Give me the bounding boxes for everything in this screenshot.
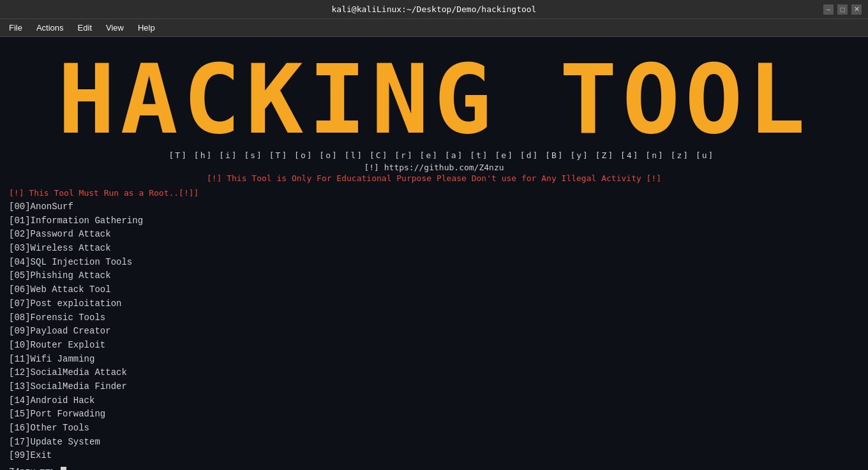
window-controls: − □ ✕ (823, 4, 862, 15)
menu-item-15: [15]Port Forwading (9, 408, 859, 422)
svg-text:HACKING TOOL: HACKING TOOL (57, 44, 811, 145)
close-button[interactable]: ✕ (851, 4, 862, 15)
menu-bar: File Actions Edit View Help (0, 19, 868, 37)
menu-item-01: [01]Information Gathering (9, 214, 859, 228)
menu-list: [00]AnonSurf [01]Information Gathering [… (9, 200, 859, 463)
prompt-user: Z4nzu (9, 467, 36, 470)
warning-text: [!] This Tool is Only For Educational Pu… (9, 173, 859, 183)
menu-item-04: [04]SQL Injection Tools (9, 256, 859, 270)
menu-file[interactable]: File (3, 20, 29, 35)
menu-help[interactable]: Help (131, 20, 161, 35)
root-warning: [!] This Tool Must Run as a Root..[!]] (9, 188, 859, 198)
menu-item-02: [02]Password Attack (9, 228, 859, 242)
menu-edit[interactable]: Edit (71, 20, 98, 35)
menu-item-14: [14]Android Hack (9, 394, 859, 408)
menu-item-00: [00]AnonSurf (9, 200, 859, 214)
terminal-area[interactable]: HACKING TOOL [T] [h] [i] [s] [T] [o] [o]… (0, 37, 868, 470)
menu-item-13: [13]SocialMedia Finder (9, 380, 859, 394)
menu-item-03: [03]Wireless Attack (9, 242, 859, 256)
menu-view[interactable]: View (100, 20, 130, 35)
prompt-line: Z4nzu ==> (9, 467, 859, 470)
menu-item-12: [12]SocialMedia Attack (9, 366, 859, 380)
github-link: [!] https://github.com/Z4nzu (9, 163, 859, 172)
menu-item-10: [10]Router Exploit (9, 339, 859, 353)
menu-item-17: [17]Update System (9, 436, 859, 450)
menu-actions[interactable]: Actions (30, 20, 70, 35)
menu-item-08: [08]Forensic Tools (9, 311, 859, 325)
menu-item-07: [07]Post exploitation (9, 297, 859, 311)
cursor-block (61, 467, 66, 470)
subtitle-chars: [T] [h] [i] [s] [T] [o] [o] [l] [C] [r] … (17, 151, 867, 160)
menu-item-05: [05]Phishing Attack (9, 269, 859, 283)
ascii-art-title: HACKING TOOL (9, 43, 859, 148)
minimize-button[interactable]: − (823, 4, 834, 15)
menu-item-06: [06]Web Attack Tool (9, 283, 859, 297)
maximize-button[interactable]: □ (837, 4, 848, 15)
hacking-tool-svg: HACKING TOOL (26, 43, 842, 145)
window-title: kali@kaliLinux:~/Desktop/Demo/hackingtoo… (45, 4, 823, 14)
prompt-arrow-icon: ==> (40, 467, 56, 470)
title-bar: kali@kaliLinux:~/Desktop/Demo/hackingtoo… (0, 0, 868, 19)
menu-item-16: [16]Other Tools (9, 422, 859, 436)
menu-item-99: [99]Exit (9, 449, 859, 463)
menu-item-11: [11]Wifi Jamming (9, 353, 859, 367)
menu-item-09: [09]Payload Creator (9, 325, 859, 339)
